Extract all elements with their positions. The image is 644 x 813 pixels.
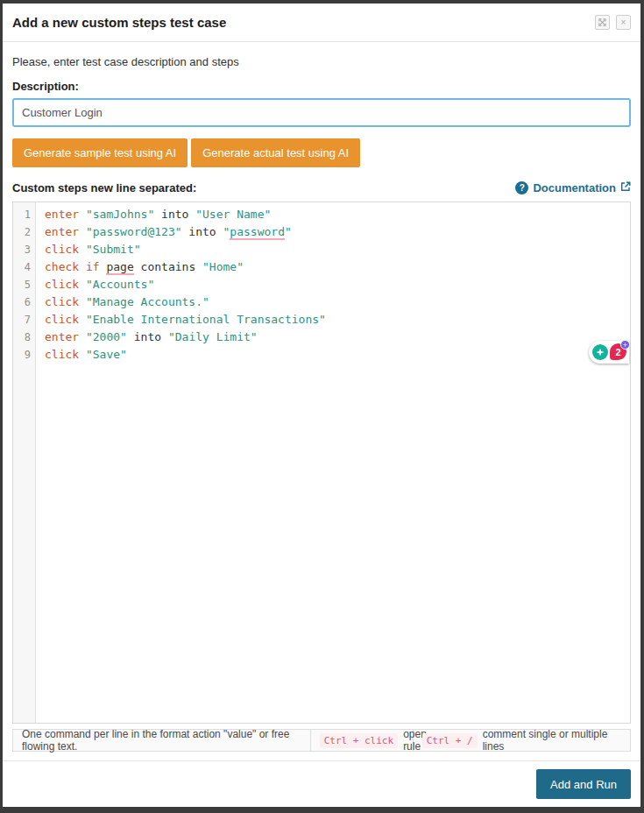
line-number: 3 xyxy=(13,241,35,258)
sparkle-icon xyxy=(597,349,605,357)
close-icon: × xyxy=(621,18,626,27)
add-test-case-modal: Add a new custom steps test case × xyxy=(3,4,640,807)
steps-label-row: Custom steps new line separated: ? Docum… xyxy=(12,180,631,195)
kbd-ctrl-click: Ctrl + click xyxy=(320,733,398,748)
line-number: 4 xyxy=(13,258,35,276)
code-line: click "Manage Accounts." xyxy=(45,293,630,311)
hint-comment-text: comment single or multiple lines xyxy=(483,728,621,753)
steps-code-editor[interactable]: 123456789 enter "samJohns" into "User Na… xyxy=(12,201,631,724)
code-line: click "Submit" xyxy=(45,241,630,258)
code-line: click "Save" xyxy=(45,346,630,364)
hint-format-text: One command per line in the format actio… xyxy=(22,728,301,753)
maximize-button[interactable] xyxy=(595,15,610,30)
description-input[interactable] xyxy=(12,98,631,127)
code-line: click "Enable International Transactions… xyxy=(45,311,630,329)
editor-hint-bar: One command per line in the format actio… xyxy=(12,729,631,752)
line-number: 6 xyxy=(13,293,35,311)
hint-format: One command per line in the format actio… xyxy=(13,730,311,751)
modal-header: Add a new custom steps test case × xyxy=(3,4,640,42)
line-number: 1 xyxy=(13,206,35,223)
description-label: Description: xyxy=(12,80,631,93)
hint-comment: Ctrl + / comment single or multiple line… xyxy=(414,730,630,751)
modal-body: Please, enter test case description and … xyxy=(3,42,640,760)
add-and-run-button[interactable]: Add and Run xyxy=(536,769,631,799)
close-button[interactable]: × xyxy=(616,15,631,30)
premium-plus-icon: + xyxy=(620,340,630,350)
editor-gutter: 123456789 xyxy=(13,202,36,723)
modal-subtitle: Please, enter test case description and … xyxy=(12,55,631,68)
line-number: 8 xyxy=(13,329,35,346)
code-line: enter "2000" into "Daily Limit" xyxy=(45,329,630,346)
line-number: 9 xyxy=(13,346,35,364)
maximize-icon xyxy=(598,18,606,26)
kbd-ctrl-slash: Ctrl + / xyxy=(422,733,478,748)
grammar-checker-widget: 2 + xyxy=(589,341,629,364)
external-link-icon xyxy=(620,180,631,195)
custom-steps-label: Custom steps new line separated: xyxy=(12,181,196,194)
code-line: click "Accounts" xyxy=(45,276,630,293)
documentation-label: Documentation xyxy=(533,181,616,194)
editor-lines: enter "samJohns" into "User Name"enter "… xyxy=(36,202,630,723)
grammar-check-icon[interactable] xyxy=(592,344,608,360)
ai-buttons-row: Generate sample test using AI Generate a… xyxy=(12,138,631,167)
code-line: enter "samJohns" into "User Name" xyxy=(45,206,630,223)
hint-open-rule: Ctrl + click open rule xyxy=(311,730,414,751)
line-number: 5 xyxy=(13,276,35,293)
window-controls: × xyxy=(595,15,631,30)
generate-sample-test-button[interactable]: Generate sample test using AI xyxy=(12,138,188,167)
modal-footer: Add and Run xyxy=(3,760,640,807)
code-line: enter "password@123" into "password" xyxy=(45,223,630,241)
generate-actual-test-button[interactable]: Generate actual test using AI xyxy=(191,138,360,167)
help-icon[interactable]: ? xyxy=(515,181,528,194)
line-number: 2 xyxy=(13,223,35,241)
modal-title: Add a new custom steps test case xyxy=(12,15,226,30)
grammar-error-count-button[interactable]: 2 + xyxy=(610,343,627,361)
documentation-link[interactable]: ? Documentation xyxy=(515,180,631,195)
line-number: 7 xyxy=(13,311,35,329)
code-line: check if page contains "Home" xyxy=(45,258,630,276)
